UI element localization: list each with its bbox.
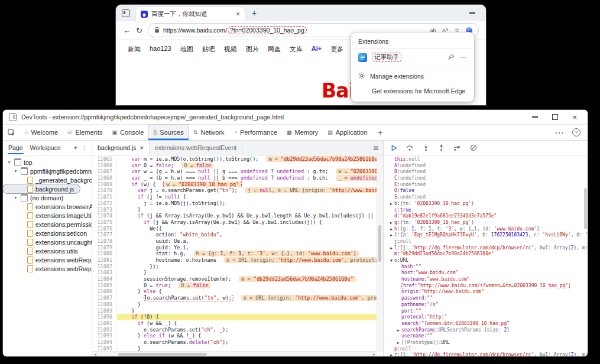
step-icon[interactable] [453,145,461,151]
scope-row[interactable]: ▶i: {a: 'Eqs_tE1MgBQhpHk7JEwyU', b: 1762… [384,232,588,239]
line-number[interactable]: 11073 [92,207,117,213]
baidu-nav-link[interactable]: 网盘 [268,45,281,54]
tab-memory[interactable]: ▦Memory [282,125,323,140]
code-line[interactable]: 11092 o.searchParams.set("ch", _); [92,327,383,333]
scope-row[interactable]: ▶g: {tn: '02003390_10_hao_pg'} [384,220,588,226]
refresh-icon[interactable]: ↻ [136,26,142,35]
editor-tab[interactable]: extensions:webRequestEvent [150,141,242,155]
tree-item[interactable]: _generated_background... [3,176,92,184]
scope-row[interactable]: ▶[[Prototype]]: URL [384,340,588,346]
line-number[interactable]: 11094 [92,339,117,346]
line-number[interactable]: 11083 [92,269,117,276]
line-number[interactable]: 11078 [92,238,117,245]
line-number[interactable]: 11076 [92,226,117,232]
scope-row[interactable]: m: "db29dd23ad56dac7b90a24b2586160e" [384,251,588,258]
scope-row[interactable]: ▶r: {j: 'http://dg.fireemulator.com/dcp/… [384,352,588,356]
tab-welcome[interactable]: ⌂Welcome [20,125,63,140]
tree-item[interactable]: ▾top [3,158,92,167]
more-tools-icon[interactable]: + [374,128,388,137]
code-line[interactable]: 11088 } [92,301,383,308]
scope-row[interactable]: port: "" [384,308,588,315]
more-vert-icon[interactable]: ⋮ [82,145,87,151]
scope-row[interactable]: pathname: "/s" [384,302,588,308]
tab-network[interactable]: ⇅Network [189,125,229,140]
scope-row[interactable]: E: undefined [384,182,588,188]
tree-item[interactable]: extensions:setIcon [3,229,92,238]
tab-performance[interactable]: ◔Performance [229,125,282,140]
editor-tab[interactable]: background.js× [92,141,150,155]
scroll-left-icon[interactable]: ◄ [92,353,98,356]
scope-row[interactable]: hostname: "www.baidu.com" [384,277,588,283]
baidu-nav-link[interactable]: 贴吧 [202,45,215,54]
step-into-icon[interactable] [423,144,429,151]
code-line[interactable]: 11074 if (j && Array.isArray(Ue.y.bw1) &… [92,213,383,219]
code-line[interactable]: 11086 } else { [92,288,383,295]
vertical-scrollbar[interactable] [377,155,383,352]
chevron-down-icon[interactable]: ▾ [74,145,77,151]
scope-row[interactable]: ▼o: URL [384,258,588,264]
scope-row[interactable]: p: null [384,346,588,353]
tab-actions-icon[interactable] [122,9,130,17]
extension-item[interactable]: 记事助手 ⋯ [351,49,474,66]
code-line[interactable]: 11076 We({ [92,226,383,232]
line-number[interactable]: 11085 [92,282,117,289]
new-tab-icon[interactable]: + [252,8,257,18]
scope-row[interactable]: O: false [384,188,588,194]
expand-icon[interactable]: ▶ [388,226,394,233]
code-line[interactable]: 11075 if (j && Array.isArray(Ue.y.bw1) &… [92,219,383,226]
tab-console[interactable]: ▣Console [107,125,148,140]
line-number[interactable]: 11082 [92,264,117,270]
resume-icon[interactable] [391,145,397,151]
line-number[interactable]: 11068 [92,175,117,181]
tab-sources[interactable]: {}Sources [148,125,188,140]
editor-overflow-icon[interactable]: ▤ [373,145,383,151]
expander-icon[interactable]: ▾ [13,168,18,174]
baidu-nav-link[interactable]: 视频 [224,45,237,54]
close-tab-icon[interactable]: × [140,144,143,151]
tree-item[interactable]: ▾(no domain) [3,193,92,202]
scope-row[interactable]: ▶h: {g: 1, f: 1, t: '3', w: {…}, id: 'ww… [384,226,588,233]
browser-tab[interactable]: 百度一下，你就知道 × [136,7,245,21]
scope-row[interactable]: password: "" [384,295,588,302]
line-number[interactable]: 11077 [92,232,117,238]
code-line[interactable]: 11093 } else if (w && !_) { [92,333,383,339]
scope-row[interactable]: B: undefined [384,169,588,176]
code-line[interactable]: 11070 var j = o.searchParams.get("tn");j… [92,187,383,194]
code-line[interactable]: 11087 o.searchParams.set("tn", w);o = UR… [92,295,383,301]
tab-page[interactable]: Page [8,141,24,154]
baidu-nav-link[interactable]: 地图 [180,45,193,54]
line-number[interactable]: 11086 [92,288,117,295]
line-number[interactable]: 11084 [92,276,117,282]
scope-row[interactable]: origin: "http://www.baidu.com" [384,289,588,295]
code-line[interactable]: 11079 guid: Ye.i, [92,245,383,251]
scope-row[interactable]: ▶l: {j: 'http://dg.fireemulator.com/dcp/… [384,245,588,252]
expand-icon[interactable]: ▶ [388,245,394,252]
tree-item[interactable]: extensions:browserAction [3,202,92,211]
code-line[interactable]: 11082 }); [92,264,383,270]
toolbar-more-icon[interactable]: ⋯ [554,127,564,138]
scroll-right-icon[interactable]: ► [371,353,377,356]
scope-row[interactable]: c: true [384,207,588,214]
scope-row[interactable]: host: "www.baidu.com" [384,270,588,277]
tree-item[interactable]: extensions:utils [3,246,92,255]
code-line[interactable]: 11084 sessionStorage.removeItem(m);m = "… [92,276,383,282]
tree-item[interactable]: ▾ppmfiikjmgfikpedcbmnloh... [3,167,92,176]
code-line[interactable]: 11080 stat: h.g,h = {g: 1, f: 1, t: '3',… [92,251,383,257]
code-line[interactable]: 11068 var _ = (b = h.w) === null || b ==… [92,175,383,181]
expand-icon[interactable]: ▶ [395,327,401,334]
scope-row[interactable]: ▶searchParams: URLSearchParams {size: 2} [384,327,588,334]
tab-application[interactable]: ▤Application [323,125,372,140]
baidu-nav-link[interactable]: 图片 [246,45,259,54]
tree-item[interactable]: background.js [3,184,80,193]
back-icon[interactable]: ← [123,26,131,35]
expand-icon[interactable]: ▶ [388,352,394,356]
code-line[interactable]: 11090 if (!O) { [92,314,383,320]
line-number[interactable]: 11065 [92,156,117,162]
code-line[interactable]: 11081 hostname: o.hostnameo = URL {origi… [92,257,383,264]
inspect-icon[interactable] [8,129,15,136]
scope-row[interactable]: this: null [384,157,588,163]
tree-item[interactable]: extensions:permissions [3,220,92,229]
collapse-icon[interactable]: ▼ [388,258,394,264]
baidu-nav-link[interactable]: 文库 [290,45,303,54]
scope-row[interactable]: C: undefined [384,176,588,182]
